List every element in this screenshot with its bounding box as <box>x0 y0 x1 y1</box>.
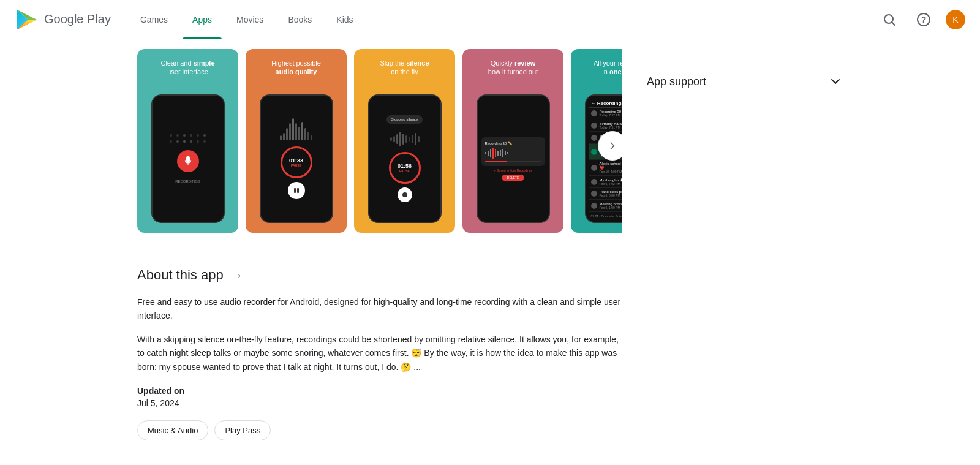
svg-line-5 <box>892 22 895 25</box>
screenshot-label-2: Highest possibleaudio quality <box>271 59 321 77</box>
about-paragraph-1: Free and easy to use audio recorder for … <box>137 295 622 323</box>
help-icon: ? <box>916 12 931 27</box>
about-paragraph-2: With a skipping silence on-the-fly featu… <box>137 333 622 374</box>
main-content: Clean and simpleuser interface <box>123 39 858 455</box>
phone-mockup-1: RECORDINGS <box>151 94 225 223</box>
screenshot-img-4: Quickly reviewhow it turned out Recordin… <box>462 49 564 233</box>
next-screenshots-button[interactable] <box>598 131 622 161</box>
main-nav: Games Apps Movies Books Kids <box>130 0 877 39</box>
about-section: About this app → Free and easy to use au… <box>137 252 622 455</box>
screenshots-container: Clean and simpleuser interface <box>137 49 622 233</box>
svg-text:?: ? <box>921 15 927 25</box>
app-support-label: App support <box>647 75 706 88</box>
timer-ring-2: 01:33 PAUSE <box>281 146 312 178</box>
tag-play-pass[interactable]: Play Pass <box>214 420 271 440</box>
nav-games[interactable]: Games <box>130 0 178 39</box>
chevron-right-icon <box>606 140 619 152</box>
screenshots-section: Clean and simpleuser interface <box>137 39 622 252</box>
phone-mockup-2: 01:33 PAUSE <box>260 94 333 223</box>
right-column: App support <box>647 39 843 455</box>
help-button[interactable]: ? <box>911 7 936 32</box>
app-support-toggle[interactable]: App support <box>647 64 843 99</box>
account-avatar[interactable]: K <box>946 10 965 29</box>
screenshot-label-1: Clean and simpleuser interface <box>160 59 214 77</box>
pause-btn-2 <box>288 182 305 199</box>
about-heading: About this app <box>137 267 224 283</box>
page-layout: Clean and simpleuser interface <box>137 39 843 455</box>
screenshot-1[interactable]: Clean and simpleuser interface <box>137 49 238 233</box>
screenshot-label-5: All your recordingsin one place <box>594 59 622 77</box>
logo-text: Google Play <box>44 12 111 26</box>
phone-inner-2: 01:33 PAUSE <box>261 96 332 222</box>
divider <box>647 59 843 59</box>
about-arrow-icon[interactable]: → <box>231 268 243 282</box>
nav-kids[interactable]: Kids <box>326 0 363 39</box>
left-column: Clean and simpleuser interface <box>137 39 622 455</box>
search-button[interactable] <box>877 7 902 32</box>
updated-label: Updated on <box>137 386 622 396</box>
screenshot-label-4: Quickly reviewhow it turned out <box>488 59 538 77</box>
timer-ring-3: 01:56 PAUSE <box>389 152 421 184</box>
phone-mockup-4: Recording 30 ✏️ <box>477 94 550 223</box>
nav-apps[interactable]: Apps <box>183 0 222 39</box>
divider-bottom <box>647 104 843 104</box>
screenshot-img-3: Skip the silenceon the fly Skipping sile… <box>354 49 455 233</box>
nav-books[interactable]: Books <box>278 0 322 39</box>
logo-link[interactable]: Google Play <box>15 7 111 32</box>
screenshot-img-2: Highest possibleaudio quality <box>246 49 347 233</box>
updated-section: Updated on Jul 5, 2024 <box>137 386 622 408</box>
phone-mockup-3: Skipping silence <box>368 94 442 223</box>
phone-inner-4: Recording 30 ✏️ <box>478 96 549 222</box>
screenshot-3[interactable]: Skip the silenceon the fly Skipping sile… <box>354 49 455 233</box>
header: Google Play Games Apps Movies Books Kids… <box>0 0 980 39</box>
nav-movies[interactable]: Movies <box>227 0 273 39</box>
about-title: About this app → <box>137 267 622 283</box>
screenshot-label-3: Skip the silenceon the fly <box>380 59 429 77</box>
screenshot-2[interactable]: Highest possibleaudio quality <box>246 49 347 233</box>
phone-inner-1: RECORDINGS <box>153 96 224 222</box>
phone-inner-3: Skipping silence <box>369 96 440 222</box>
header-actions: ? K <box>877 7 965 32</box>
search-icon <box>882 12 897 27</box>
google-play-icon <box>15 7 39 32</box>
tags-section: Music & Audio Play Pass <box>137 420 622 440</box>
screenshot-4[interactable]: Quickly reviewhow it turned out Recordin… <box>462 49 564 233</box>
updated-date: Jul 5, 2024 <box>137 398 622 408</box>
mic-icon <box>177 150 199 172</box>
tag-music-audio[interactable]: Music & Audio <box>137 420 208 440</box>
screenshot-img-1: Clean and simpleuser interface <box>137 49 238 233</box>
chevron-down-icon <box>828 74 843 89</box>
